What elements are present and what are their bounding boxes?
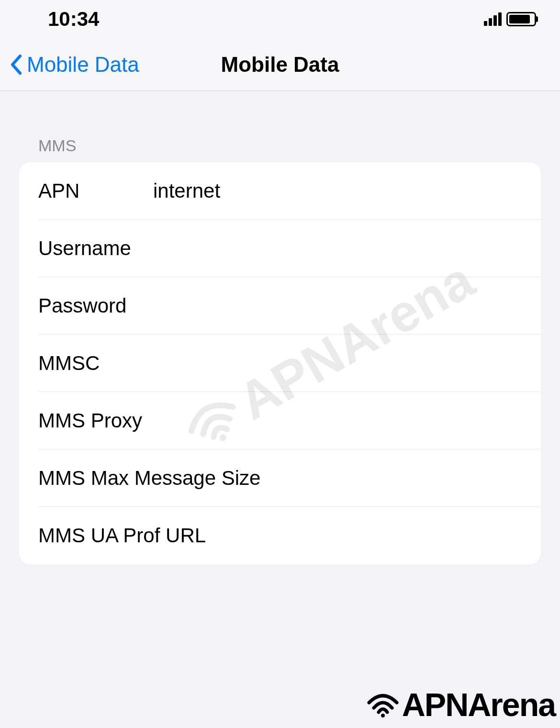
chevron-left-icon xyxy=(10,54,22,75)
settings-row-mmsc[interactable]: MMSC xyxy=(19,335,541,392)
page-title: Mobile Data xyxy=(221,53,339,77)
row-label-mms-max-size: MMS Max Message Size xyxy=(38,467,260,490)
settings-group-mms: APN Username Password MMSC MMS Proxy MMS… xyxy=(19,162,541,564)
status-time: 10:34 xyxy=(48,8,99,31)
row-label-apn: APN xyxy=(38,179,153,202)
cellular-signal-icon xyxy=(484,12,502,26)
mms-proxy-input[interactable] xyxy=(142,409,522,432)
password-input[interactable] xyxy=(153,294,522,317)
bottom-logo: APNArena xyxy=(366,686,555,723)
mmsc-input[interactable] xyxy=(153,352,522,375)
apn-input[interactable] xyxy=(153,179,522,202)
battery-icon xyxy=(506,12,536,26)
settings-row-mms-ua-prof[interactable]: MMS UA Prof URL xyxy=(19,507,541,564)
navigation-bar: Mobile Data Mobile Data xyxy=(0,38,560,91)
back-button[interactable]: Mobile Data xyxy=(0,53,139,77)
row-label-mms-proxy: MMS Proxy xyxy=(38,409,142,432)
status-right xyxy=(484,12,536,26)
username-input[interactable] xyxy=(153,237,522,260)
row-label-mmsc: MMSC xyxy=(38,352,153,375)
section-header-mms: MMS xyxy=(0,91,560,162)
wifi-icon xyxy=(366,692,400,718)
settings-row-username[interactable]: Username xyxy=(19,220,541,277)
settings-row-apn[interactable]: APN xyxy=(19,162,541,220)
settings-row-password[interactable]: Password xyxy=(19,277,541,335)
logo-text: APNArena xyxy=(402,686,555,723)
mms-max-size-input[interactable] xyxy=(260,467,522,490)
row-label-mms-ua-prof: MMS UA Prof URL xyxy=(38,524,206,547)
svg-point-1 xyxy=(381,714,385,717)
row-label-password: Password xyxy=(38,294,153,317)
settings-row-mms-max-size[interactable]: MMS Max Message Size xyxy=(19,449,541,507)
settings-row-mms-proxy[interactable]: MMS Proxy xyxy=(19,392,541,449)
back-label: Mobile Data xyxy=(27,53,139,77)
mms-ua-prof-input[interactable] xyxy=(206,524,522,547)
status-bar: 10:34 xyxy=(0,0,560,38)
row-label-username: Username xyxy=(38,237,153,260)
